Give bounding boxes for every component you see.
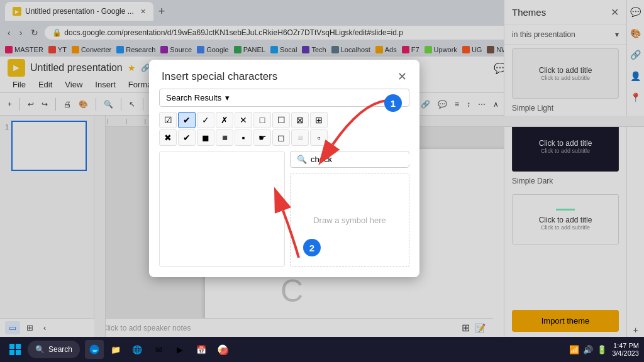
symbol-cell-9[interactable]: ⊞ [310, 112, 328, 128]
edge-icon [89, 344, 100, 355]
taskbar-icon-media[interactable]: ▶ [170, 340, 189, 359]
symbol-cell-17[interactable]: ◽ [291, 129, 309, 146]
modal-header: Insert special characters ✕ [149, 60, 419, 89]
taskbar-icon-chrome[interactable] [213, 340, 232, 359]
taskbar-search-icon: 🔍 [35, 345, 45, 354]
tray-volume-icon[interactable]: 🔊 [583, 345, 593, 354]
taskbar: 🔍 Search 📁 🌐 ✉ ▶ 📅 📶 [0, 337, 644, 362]
svg-rect-5 [16, 350, 21, 355]
symbol-cell-4[interactable]: ✗ [216, 112, 233, 128]
tray-icons: 📶 🔊 🔋 [569, 345, 607, 354]
symbol-cell-11[interactable]: ✔ [178, 129, 196, 146]
svg-point-6 [90, 345, 99, 354]
symbol-cell-14[interactable]: ▪ [235, 129, 252, 146]
taskbar-icon-email[interactable]: ✉ [149, 340, 168, 359]
symbol-cell-18[interactable]: ▫ [310, 129, 328, 146]
symbol-cell-6[interactable]: □ [253, 112, 271, 128]
symbol-cell-16[interactable]: ◻ [272, 129, 290, 146]
svg-rect-3 [16, 344, 21, 349]
symbol-search-input[interactable] [311, 155, 416, 164]
symbol-cell-2[interactable]: ✔ [178, 112, 196, 128]
symbol-cell-12[interactable]: ◼ [197, 129, 214, 146]
taskbar-icon-edge[interactable] [85, 340, 104, 359]
symbol-grid: ☑ ✔ ✓ ✗ ✕ □ ☐ ⊠ ⊞ ✖ ✔ ◼ ◾ ▪ ☛ [159, 112, 409, 146]
search-results-dropdown[interactable]: Search Results ▾ [159, 89, 409, 107]
modal-body: 🔍 Draw a symbol here [149, 151, 419, 277]
draw-symbol-label: Draw a symbol here [313, 216, 386, 225]
symbol-cell-3[interactable]: ✓ [197, 112, 214, 128]
draw-symbol-area[interactable]: Draw a symbol here [290, 173, 409, 267]
app-area: ► Untitled presentation ★ 🔗 💬 Slideshow … [0, 57, 644, 362]
symbol-cell-7[interactable]: ☐ [272, 112, 290, 128]
taskbar-search-box[interactable]: 🔍 Search [28, 341, 80, 358]
symbol-cell-15[interactable]: ☛ [253, 129, 271, 146]
windows-start-btn[interactable] [5, 339, 25, 359]
taskbar-time: 1:47 PM [612, 342, 639, 349]
taskbar-icon-file[interactable]: 📁 [106, 340, 125, 359]
symbol-search-box[interactable]: 🔍 [290, 151, 409, 168]
svg-rect-4 [9, 350, 14, 355]
search-icon: 🔍 [297, 155, 307, 164]
taskbar-search-label: Search [48, 345, 72, 354]
modal-search-dropdown-row: Search Results ▾ [149, 89, 419, 112]
taskbar-clock[interactable]: 1:47 PM 3/4/2023 [612, 342, 639, 357]
tray-network-icon[interactable]: 📶 [569, 345, 579, 354]
modal-overlay[interactable]: Insert special characters ✕ Search Resul… [0, 57, 644, 337]
windows-logo-icon [9, 343, 21, 356]
chrome-icon [217, 344, 228, 355]
symbol-cell-13[interactable]: ◾ [216, 129, 233, 146]
symbol-search-area: 🔍 Draw a symbol here [290, 151, 409, 267]
symbol-cell-10[interactable]: ✖ [159, 129, 177, 146]
taskbar-date: 3/4/2023 [612, 349, 639, 357]
taskbar-right: 📶 🔊 🔋 1:47 PM 3/4/2023 [569, 342, 639, 357]
taskbar-icon-edge2[interactable]: 🌐 [128, 340, 147, 359]
symbol-cell-8[interactable]: ⊠ [291, 112, 309, 128]
svg-rect-2 [9, 344, 14, 349]
symbol-grid-container: ☑ ✔ ✓ ✗ ✕ □ ☐ ⊠ ⊞ ✖ ✔ ◼ ◾ ▪ ☛ [149, 112, 419, 151]
dropdown-label: Search Results [166, 93, 221, 102]
insert-special-chars-modal: Insert special characters ✕ Search Resul… [149, 60, 419, 277]
taskbar-icon-calendar[interactable]: 📅 [192, 340, 211, 359]
taskbar-app-icons: 📁 🌐 ✉ ▶ 📅 [85, 340, 232, 359]
modal-close-btn[interactable]: ✕ [397, 70, 407, 84]
tray-battery-icon[interactable]: 🔋 [597, 345, 607, 354]
symbol-cell-5[interactable]: ✕ [235, 112, 252, 128]
symbol-cell-1[interactable]: ☑ [159, 112, 177, 128]
modal-title: Insert special characters [162, 70, 277, 83]
dropdown-arrow: ▾ [225, 93, 230, 102]
symbol-list-area [159, 151, 285, 267]
